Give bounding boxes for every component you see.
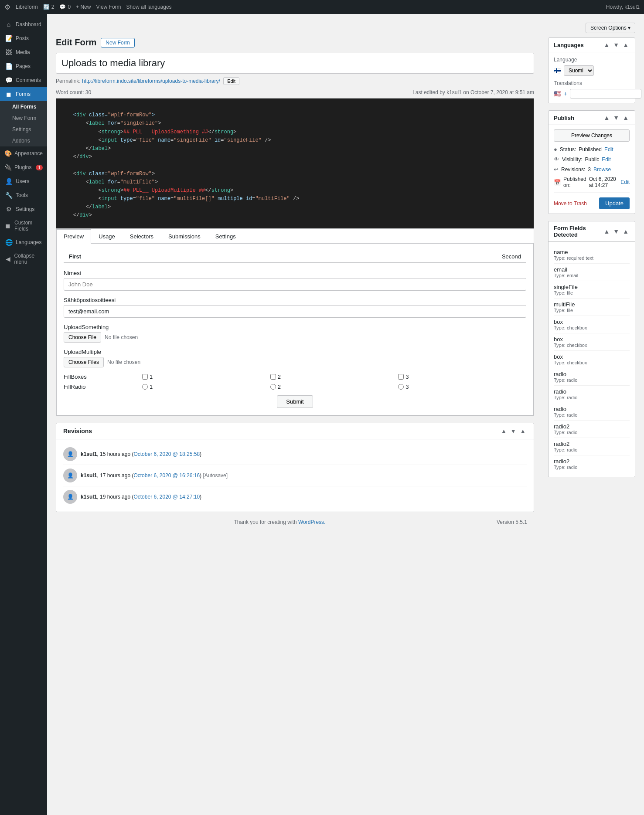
languages-collapse-up[interactable]: ▲ (603, 41, 610, 48)
revisions-box: Revisions ▲ ▼ ▲ 👤 k1sul1, 15 hours ago (56, 423, 534, 512)
radio-3[interactable] (398, 384, 404, 390)
form-field-item-8: radioType: radio (554, 386, 630, 403)
sidebar-collapse-btn[interactable]: ◀ Collapse menu (0, 249, 47, 268)
sidebar-item-appearance[interactable]: 🎨 Appearance (0, 146, 47, 160)
permalink-edit-button[interactable]: Edit (223, 77, 239, 85)
form-fields-collapse-up[interactable]: ▲ (603, 228, 610, 235)
sidebar-item-pages[interactable]: 📄 Pages (0, 59, 47, 73)
form-title-input[interactable] (56, 53, 534, 74)
checkbox-2[interactable] (270, 374, 276, 380)
nimesi-input[interactable] (64, 278, 526, 291)
word-count: Word count: 30 (56, 89, 91, 95)
revision-link-1[interactable]: October 6, 2020 @ 18:25:58 (133, 451, 200, 457)
revisions-icon: ↩ (554, 166, 559, 173)
add-translation-button[interactable]: + (564, 90, 567, 97)
sidebar-item-dashboard[interactable]: ⌂ Dashboard (0, 17, 47, 31)
revision-link-3[interactable]: October 6, 2020 @ 14:27:10 (133, 494, 200, 500)
tab-submissions[interactable]: Submissions (161, 229, 208, 243)
wp-logo[interactable]: ⚙ (4, 3, 10, 11)
tab-preview[interactable]: Preview (56, 229, 91, 244)
form-fields-box-title: Form Fields Detected (554, 225, 603, 238)
radio-1[interactable] (142, 384, 148, 390)
sidebar-item-users[interactable]: 👤 Users (0, 174, 47, 188)
visibility-edit-link[interactable]: Edit (602, 156, 611, 163)
preview-tabs-bar: Preview Usage Selectors Submissions Sett… (56, 229, 534, 244)
revisions-browse-link[interactable]: Browse (593, 166, 611, 173)
languages-box-header: Languages ▲ ▼ ▲ (549, 38, 635, 52)
sidebar-item-settings[interactable]: ⚙ Settings (0, 202, 47, 216)
revision-item-2: 👤 k1sul1, 17 hours ago (October 6, 2020 … (63, 465, 527, 486)
comments-indicator[interactable]: 💬 0 (59, 4, 71, 10)
published-edit-link[interactable]: Edit (620, 179, 630, 185)
field-group-email: Sähköpostiosoitteesi (64, 297, 526, 318)
form-field-item-12: radio2Type: radio (554, 455, 630, 472)
upload-multiple-label: UploadMultiple (64, 349, 526, 355)
publish-box-body: Preview Changes ● Status: Published Edit… (549, 125, 635, 214)
language-select-row: 🇫🇮 Suomi (554, 65, 630, 76)
translations-label: Translations (554, 80, 630, 86)
revisions-toggle[interactable]: ▲ (519, 428, 527, 435)
radio-2[interactable] (270, 384, 276, 390)
single-file-input-row: Choose File No file chosen (64, 332, 526, 343)
submenu-item-addons[interactable]: Addons (0, 135, 47, 146)
revisions-collapse-down[interactable]: ▼ (509, 428, 517, 435)
updates-indicator[interactable]: 🔄 2 (43, 4, 55, 10)
field-group-nimesi: Nimesi (64, 270, 526, 291)
permalink-url[interactable]: http://libreform.indo.site/libreforms/up… (82, 78, 220, 84)
revisions-collapse-up[interactable]: ▲ (500, 428, 508, 435)
languages-collapse-down[interactable]: ▼ (612, 41, 620, 48)
new-form-button[interactable]: New Form (101, 38, 134, 48)
email-input[interactable] (64, 305, 526, 318)
status-edit-link[interactable]: Edit (604, 146, 613, 153)
choose-file-button[interactable]: Choose File (64, 332, 101, 343)
sidebar-item-media[interactable]: 🖼 Media (0, 45, 47, 59)
dashboard-icon: ⌂ (4, 21, 13, 28)
inner-tab-second[interactable]: Second (497, 251, 526, 262)
wordpress-link[interactable]: WordPress. (298, 519, 325, 525)
submit-button[interactable]: Submit (277, 395, 313, 408)
view-form-btn[interactable]: View Form (96, 4, 121, 10)
tab-usage[interactable]: Usage (91, 229, 123, 243)
publish-toggle[interactable]: ▲ (622, 114, 630, 121)
media-icon: 🖼 (4, 49, 13, 56)
pages-icon: 📄 (4, 63, 13, 70)
show-languages-btn[interactable]: Show all languages (126, 4, 172, 10)
radio-item-2: 2 (270, 384, 399, 390)
form-fields-collapse-down[interactable]: ▼ (612, 228, 620, 235)
languages-toggle[interactable]: ▲ (622, 41, 630, 48)
form-fields-toggle[interactable]: ▲ (622, 228, 630, 235)
sidebar-item-custom-fields[interactable]: ◼ Custom Fields (0, 216, 47, 235)
sidebar-item-plugins[interactable]: 🔌 Plugins 1 (0, 160, 47, 174)
checkbox-3[interactable] (398, 374, 404, 380)
sidebar-item-posts[interactable]: 📝 Posts (0, 31, 47, 45)
checkbox-1[interactable] (142, 374, 148, 380)
update-button[interactable]: Update (599, 197, 630, 209)
publish-collapse-down[interactable]: ▼ (612, 114, 620, 121)
field-group-upload-something: UploadSomething Choose File No file chos… (64, 324, 526, 343)
sidebar-item-comments[interactable]: 💬 Comments (0, 73, 47, 87)
code-editor[interactable]: <div class="wplf-formRow"> <label for="s… (56, 98, 534, 229)
comments-icon: 💬 (59, 4, 66, 10)
inner-tab-first[interactable]: First (64, 251, 86, 262)
sidebar-item-languages[interactable]: 🌐 Languages (0, 235, 47, 249)
revision-avatar-2: 👤 (63, 469, 77, 482)
sidebar-item-forms[interactable]: ◼ Forms (0, 87, 47, 101)
tab-settings[interactable]: Settings (208, 229, 243, 243)
submenu-item-all-forms[interactable]: All Forms (0, 101, 47, 112)
language-select[interactable]: Suomi (564, 65, 594, 76)
screen-options-button[interactable]: Screen Options ▾ (586, 23, 635, 33)
revision-info-2: k1sul1, 17 hours ago (October 6, 2020 @ … (81, 472, 527, 479)
submenu-item-new-form[interactable]: New Form (0, 112, 47, 124)
translation-input[interactable] (570, 89, 641, 98)
revision-link-2[interactable]: October 6, 2020 @ 16:26:16 (133, 472, 200, 479)
choose-files-button[interactable]: Choose Files (64, 357, 104, 367)
inner-tabs-row: First Second (64, 251, 526, 263)
sidebar-item-tools[interactable]: 🔧 Tools (0, 188, 47, 202)
preview-changes-button[interactable]: Preview Changes (554, 129, 630, 142)
submenu-item-settings[interactable]: Settings (0, 124, 47, 135)
tab-selectors[interactable]: Selectors (123, 229, 161, 243)
move-to-trash-link[interactable]: Move to Trash (554, 200, 587, 207)
publish-collapse-up[interactable]: ▲ (603, 114, 610, 121)
new-content-btn[interactable]: + New (76, 4, 91, 10)
site-name[interactable]: Libreform (16, 4, 38, 10)
